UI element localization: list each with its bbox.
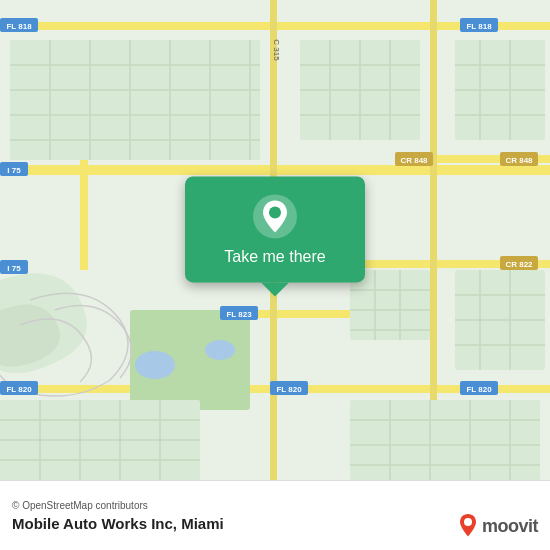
svg-text:CR 848: CR 848: [400, 156, 428, 165]
navigate-button-label: Take me there: [224, 248, 325, 266]
svg-text:C 315: C 315: [272, 39, 281, 61]
svg-text:FL 820: FL 820: [6, 385, 32, 394]
svg-point-37: [205, 340, 235, 360]
svg-text:FL 820: FL 820: [276, 385, 302, 394]
map-attribution: © OpenStreetMap contributors: [12, 500, 538, 511]
svg-text:FL 820: FL 820: [466, 385, 492, 394]
moovit-logo: moovit: [456, 514, 538, 538]
svg-text:CR 822: CR 822: [505, 260, 533, 269]
svg-rect-58: [350, 400, 540, 480]
svg-text:CR 848: CR 848: [505, 156, 533, 165]
svg-rect-11: [10, 40, 260, 160]
svg-text:I 75: I 75: [7, 264, 21, 273]
moovit-brand-name: moovit: [482, 516, 538, 537]
svg-text:FL 823: FL 823: [226, 310, 252, 319]
svg-point-90: [269, 206, 281, 218]
svg-point-36: [135, 351, 175, 379]
svg-point-91: [464, 518, 472, 526]
navigate-card[interactable]: Take me there: [185, 176, 365, 282]
svg-text:I 75: I 75: [7, 166, 21, 175]
location-pin-icon: [251, 192, 299, 240]
svg-text:FL 818: FL 818: [466, 22, 492, 31]
map-view: FL 818 FL 818 I 75 I 75 CR 848 CR 848 CR…: [0, 0, 550, 480]
moovit-pin-icon: [456, 514, 480, 538]
svg-rect-9: [80, 160, 88, 270]
bottom-info-bar: © OpenStreetMap contributors Mobile Auto…: [0, 480, 550, 550]
svg-text:FL 818: FL 818: [6, 22, 32, 31]
svg-rect-7: [270, 0, 277, 170]
